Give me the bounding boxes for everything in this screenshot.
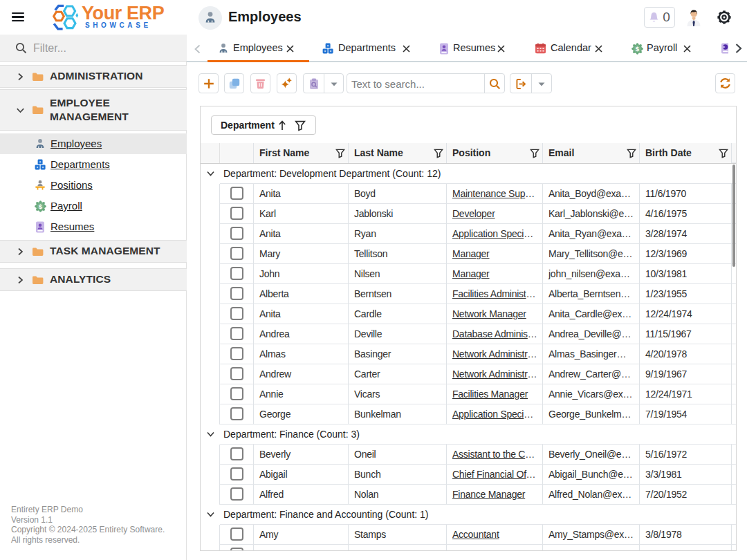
svg-text:$: $ (39, 203, 43, 210)
svg-text:$: $ (636, 45, 640, 53)
